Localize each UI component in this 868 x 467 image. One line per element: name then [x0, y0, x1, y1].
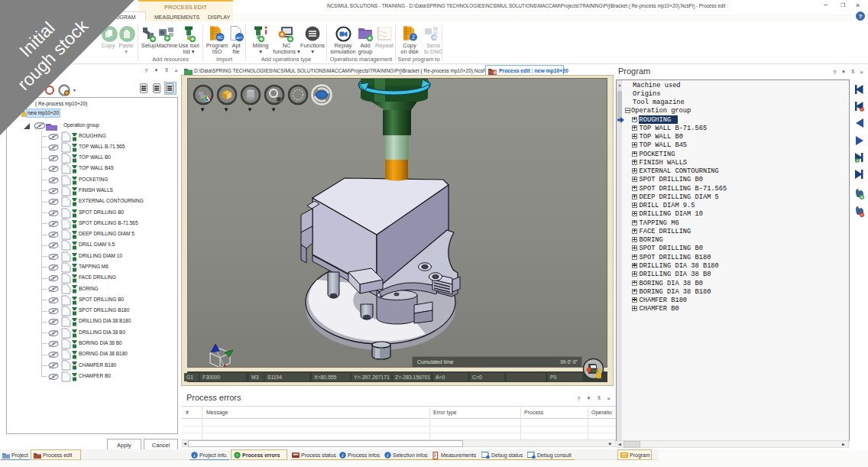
svg-text:2: 2 — [412, 34, 415, 40]
svg-text:i: i — [194, 452, 196, 458]
svg-text:NC: NC — [217, 35, 223, 40]
svg-text:?: ? — [859, 13, 863, 20]
svg-text:i: i — [387, 452, 389, 458]
svg-text:APT: APT — [237, 36, 243, 40]
svg-text:i: i — [342, 452, 344, 458]
